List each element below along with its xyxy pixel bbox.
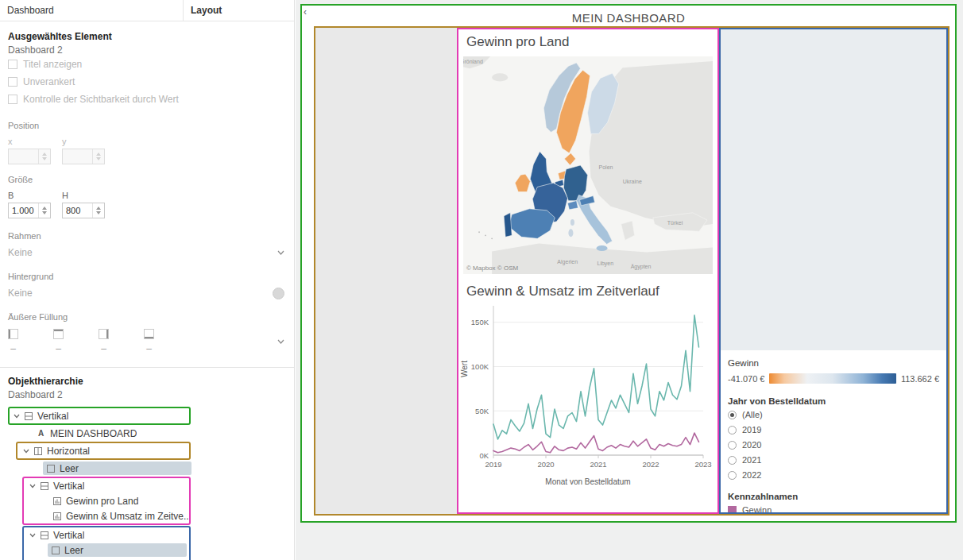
tree-group-vertical-root: Vertikal bbox=[8, 407, 191, 425]
border-dropdown[interactable]: Keine bbox=[8, 244, 286, 261]
vertical-container-charts-zone[interactable]: Gewinn pro Land bbox=[457, 28, 719, 514]
padding-left-icon[interactable] bbox=[8, 329, 18, 339]
tree-item-vertikal-charts[interactable]: Vertikal bbox=[24, 478, 189, 493]
radio-option-2021[interactable]: 2021 bbox=[728, 454, 939, 466]
border-value: Keine bbox=[8, 247, 33, 258]
radio-icon[interactable] bbox=[728, 456, 737, 465]
padding-right-icon[interactable] bbox=[99, 329, 109, 339]
tree-selection-highlight: Leer bbox=[48, 543, 187, 557]
vertical-container-legends-zone[interactable]: Gewinn -41.070 € 113.662 € Jahr von Best… bbox=[719, 28, 948, 514]
vertical-container-icon bbox=[22, 411, 34, 421]
line-chart-svg: 0K50K100K150K20192020202120222023 bbox=[458, 301, 717, 474]
dashboard-surface[interactable]: ‹ MEIN DASHBOARD Gewinn pro Land bbox=[300, 4, 957, 523]
stepper-buttons[interactable] bbox=[92, 203, 103, 218]
chart-x-axis-label: Monat von Bestelldatum bbox=[458, 477, 717, 486]
background-value: Keine bbox=[8, 288, 33, 299]
text-object-icon: A bbox=[35, 429, 47, 438]
tree-item-vertikal-root[interactable]: Vertikal bbox=[10, 408, 189, 423]
position-heading: Position bbox=[8, 121, 286, 130]
tree-item-label: Gewinn & Umsatz im Zeitve... bbox=[63, 511, 189, 522]
map-label-algerien: Algerien bbox=[557, 259, 578, 265]
padding-bottom-icon[interactable] bbox=[144, 329, 154, 339]
checkbox-sichtbarkeit[interactable]: Kontrolle der Sichtbarkeit durch Wert bbox=[8, 91, 286, 108]
map-label-tuerkei: Türkei bbox=[667, 220, 683, 226]
padding-top-value: – bbox=[53, 343, 64, 354]
time-series-chart[interactable]: Wert 0K50K100K150K20192020202120222023 M… bbox=[458, 301, 717, 486]
tree-item-gewinn-pro-land[interactable]: Gewinn pro Land bbox=[24, 493, 189, 508]
tab-dashboard[interactable]: Dashboard bbox=[0, 0, 183, 21]
svg-text:150K: 150K bbox=[471, 318, 489, 326]
position-x-input[interactable] bbox=[8, 149, 51, 164]
tree-group-horizontal: Horizontal bbox=[16, 442, 191, 460]
checkbox-icon[interactable] bbox=[8, 95, 17, 104]
chevron-down-icon[interactable] bbox=[277, 339, 284, 344]
svg-text:2022: 2022 bbox=[642, 460, 659, 469]
tree-item-label: Horizontal bbox=[44, 446, 90, 457]
stepper-buttons[interactable] bbox=[38, 149, 49, 164]
map-label-libyen: Libyen bbox=[598, 261, 614, 267]
vertical-container-icon bbox=[38, 481, 50, 491]
horizontal-container-zone[interactable]: Gewinn pro Land bbox=[314, 26, 949, 516]
background-color-swatch[interactable] bbox=[273, 288, 284, 299]
tree-item-leer-1[interactable]: Leer bbox=[8, 461, 194, 476]
caret-down-icon[interactable] bbox=[11, 414, 22, 419]
blank-zone-right[interactable] bbox=[721, 29, 946, 350]
radio-icon[interactable] bbox=[728, 411, 737, 419]
size-h-input[interactable] bbox=[62, 203, 105, 218]
border-heading: Rahmen bbox=[8, 231, 286, 241]
caret-down-icon[interactable] bbox=[27, 533, 38, 538]
tree-item-horizontal[interactable]: Horizontal bbox=[17, 443, 189, 458]
tree-item-leer-2[interactable]: Leer bbox=[24, 543, 189, 558]
map-label-aegypten: Ägypten bbox=[631, 264, 652, 270]
blank-object-icon bbox=[44, 464, 56, 473]
legend-item-gewinn[interactable]: Gewinn bbox=[728, 504, 939, 514]
map-svg: Grönland Polen Ukraine Türkei Algerien L… bbox=[463, 56, 713, 274]
background-heading: Hintergrund bbox=[8, 272, 286, 281]
worksheet-icon bbox=[51, 512, 63, 521]
svg-text:2023: 2023 bbox=[694, 460, 711, 469]
chevron-down-icon bbox=[277, 250, 284, 255]
gradient-min-label: -41.070 € bbox=[728, 374, 764, 384]
tree-item-text-object[interactable]: A MEIN DASHBOARD bbox=[8, 426, 194, 441]
svg-text:2021: 2021 bbox=[590, 460, 606, 469]
checkbox-icon[interactable] bbox=[8, 60, 17, 69]
tree-item-vertikal-legends[interactable]: Vertikal bbox=[24, 527, 189, 543]
tab-layout[interactable]: Layout bbox=[183, 0, 294, 21]
dashboard-title: MEIN DASHBOARD bbox=[302, 11, 955, 25]
size-w-input[interactable] bbox=[8, 203, 51, 218]
caret-down-icon[interactable] bbox=[21, 449, 32, 454]
svg-text:100K: 100K bbox=[471, 362, 489, 371]
background-dropdown[interactable]: Keine bbox=[8, 284, 286, 302]
radio-option-alle[interactable]: (Alle) bbox=[728, 408, 939, 421]
tree-group-vertical-legends: Vertikal Leer Gewinn Jahr von Bestelldat… bbox=[22, 526, 191, 560]
position-y-input[interactable] bbox=[62, 149, 105, 164]
checkbox-titel-anzeigen[interactable]: Titel anzeigen bbox=[8, 56, 286, 73]
radio-label: 2021 bbox=[742, 455, 761, 465]
radio-option-2020[interactable]: 2020 bbox=[728, 438, 939, 451]
radio-icon[interactable] bbox=[728, 471, 737, 480]
checkbox-unverankert[interactable]: Unverankert bbox=[8, 73, 286, 91]
radio-icon[interactable] bbox=[728, 441, 737, 450]
year-filter-title: Jahr von Bestelldatum bbox=[728, 396, 939, 406]
checkbox-label: Unverankert bbox=[23, 76, 75, 87]
caret-down-icon[interactable] bbox=[27, 484, 38, 489]
gewinn-legend-title: Gewinn bbox=[728, 358, 939, 368]
section-divider bbox=[0, 367, 294, 368]
radio-option-2019[interactable]: 2019 bbox=[728, 423, 939, 436]
stepper-buttons[interactable] bbox=[38, 203, 49, 218]
map-label-ukraine: Ukraine bbox=[623, 179, 642, 184]
europe-choropleth-map[interactable]: Grönland Polen Ukraine Türkei Algerien L… bbox=[463, 56, 713, 274]
radio-option-2022[interactable]: 2022 bbox=[728, 469, 939, 481]
horizontal-container-icon bbox=[32, 446, 44, 456]
svg-text:2020: 2020 bbox=[537, 460, 554, 469]
stepper-buttons[interactable] bbox=[92, 149, 103, 164]
radio-icon[interactable] bbox=[728, 426, 737, 434]
gewinn-color-legend[interactable]: -41.070 € 113.662 € bbox=[728, 373, 939, 384]
padding-top-icon[interactable] bbox=[53, 329, 64, 339]
tree-item-gewinn-umsatz[interactable]: Gewinn & Umsatz im Zeitve... bbox=[24, 508, 189, 523]
color-gradient-bar[interactable] bbox=[769, 373, 895, 384]
checkbox-label: Kontrolle der Sichtbarkeit durch Wert bbox=[23, 94, 179, 105]
selected-element-heading: Ausgewähltes Element bbox=[8, 31, 286, 42]
checkbox-icon[interactable] bbox=[8, 77, 17, 87]
blank-zone-left[interactable] bbox=[315, 28, 457, 514]
